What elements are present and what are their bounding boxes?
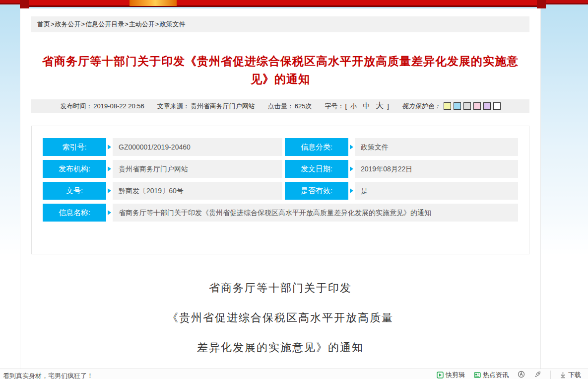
hot-news-icon	[474, 372, 481, 379]
table-row: 信息名称: 省商务厅等十部门关于印发《贵州省促进综合保税区高水平开放高质量差异化…	[43, 204, 518, 222]
arrow-right-icon	[350, 188, 353, 193]
browser-bottom-bar: 看到真实身材，宅男们疯狂了！ 快剪辑 热点资讯 下载	[0, 369, 588, 379]
font-size-large-button[interactable]: 大	[376, 101, 384, 111]
hot-news-button[interactable]: 热点资讯	[474, 371, 509, 379]
publish-time-value: 2019-08-22 20:56	[93, 102, 144, 110]
article-body: 省商务厅等十部门关于印发 《贵州省促进综合保税区高水平开放高质量 差异化发展的实…	[20, 281, 540, 379]
arrow-right-icon	[108, 145, 111, 150]
validity-label: 是否有效:	[285, 182, 348, 200]
font-size-bracket-close: ]	[387, 102, 389, 110]
eye-protect-label: 视力保护色：	[402, 102, 441, 111]
eye-protect-swatch-yellow[interactable]	[444, 102, 451, 110]
circled-a-icon	[518, 371, 525, 378]
breadcrumb-separator: >	[51, 20, 55, 28]
arrow-right-icon	[350, 166, 353, 171]
doc-number-value: 黔商发〔2019〕60号	[113, 182, 282, 200]
eye-protect-swatch-gray[interactable]	[463, 102, 471, 110]
download-arrow-icon	[560, 372, 566, 379]
hit-count: 点击量：625次	[268, 102, 312, 111]
arrow-right-icon	[108, 166, 111, 171]
page-title: 省商务厅等十部门关于印发《贵州省促进综合保税区高水平开放高质量差异化发展的实施意…	[35, 52, 525, 88]
breadcrumb-separator: >	[81, 20, 85, 28]
breadcrumb-item-gov-info[interactable]: 政务公开	[55, 20, 81, 28]
article-source-value: 贵州省商务厅门户网站	[191, 102, 255, 111]
info-name-value: 省商务厅等十部门关于印发《贵州省促进综合保税区高水平开放高质量差异化发展的实施意…	[113, 204, 518, 222]
eye-protect-swatch-white[interactable]	[493, 102, 501, 110]
article-source-label: 文章来源：	[157, 102, 190, 111]
hit-count-label: 点击量：	[268, 102, 294, 111]
hit-count-value: 625次	[295, 102, 312, 111]
font-size-small-button[interactable]: 小	[350, 102, 357, 111]
article-title-line-3: 差异化发展的实施意见》的通知	[20, 340, 540, 355]
eye-protect-control: 视力保护色：	[402, 102, 501, 111]
eye-protect-swatch-blue[interactable]	[454, 102, 461, 110]
top-banner-orange-glow	[130, 0, 177, 6]
quick-edit-label: 快剪辑	[446, 371, 465, 379]
document-info-table: 索引号: GZ000001/2019-20460 信息分类: 政策文件 发布机构…	[31, 126, 529, 254]
quick-edit-button[interactable]: 快剪辑	[437, 371, 465, 379]
rocket-icon	[534, 371, 541, 378]
publish-time: 发布时间：2019-08-22 20:56	[60, 102, 144, 111]
validity-value: 是	[355, 182, 518, 200]
download-label: 下载	[568, 371, 581, 379]
bottom-toolbar: 快剪辑 热点资讯 下载	[437, 371, 588, 379]
font-size-medium-button[interactable]: 中	[363, 102, 370, 111]
table-row: 索引号: GZ000001/2019-20460 信息分类: 政策文件	[43, 138, 518, 156]
article-title-line-1: 省商务厅等十部门关于印发	[20, 281, 540, 296]
eye-protect-swatch-pink[interactable]	[473, 102, 481, 110]
top-banner-main	[20, 0, 546, 7]
issue-date-label: 发文日期:	[285, 160, 348, 178]
article-title-line-2: 《贵州省促进综合保税区高水平开放高质量	[20, 310, 540, 325]
eye-protect-swatches	[444, 102, 501, 110]
breadcrumb-item-active-disclosure[interactable]: 主动公开	[129, 20, 155, 28]
info-category-value: 政策文件	[355, 138, 518, 156]
index-number-label: 索引号:	[43, 138, 106, 156]
index-number-value: GZ000001/2019-20460	[113, 138, 282, 156]
doc-number-label: 文号:	[43, 182, 106, 200]
quick-edit-play-icon	[437, 372, 444, 379]
breadcrumb-item-policy-files[interactable]: 政策文件	[159, 20, 185, 28]
breadcrumb-separator: >	[155, 20, 159, 28]
bottom-news-ticker[interactable]: 看到真实身材，宅男们疯狂了！	[0, 372, 93, 379]
publish-time-label: 发布时间：	[60, 102, 92, 111]
article-meta-bar: 发布时间：2019-08-22 20:56 文章来源：贵州省商务厅门户网站 点击…	[31, 99, 529, 113]
eye-protect-swatch-purple[interactable]	[483, 102, 491, 110]
content-page: 首页>政务公开>信息公开目录>主动公开>政策文件 省商务厅等十部门关于印发《贵州…	[20, 8, 541, 369]
font-size-label: 字号：	[325, 102, 344, 111]
info-category-label: 信息分类:	[285, 138, 348, 156]
font-size-control: 字号： [ 小 中 大 ]	[325, 101, 389, 111]
reader-mode-button[interactable]	[518, 371, 525, 378]
publisher-value: 贵州省商务厅门户网站	[113, 160, 282, 178]
issue-date-value: 2019年08月22日	[355, 160, 518, 178]
breadcrumb-separator: >	[125, 20, 129, 28]
toolbar-divider	[550, 371, 551, 379]
arrow-right-icon	[108, 188, 111, 193]
breadcrumb: 首页>政务公开>信息公开目录>主动公开>政策文件	[31, 16, 529, 32]
download-button[interactable]: 下载	[560, 371, 581, 379]
arrow-right-icon	[108, 210, 111, 215]
top-banner-right-cap	[537, 0, 546, 8]
breadcrumb-item-catalog[interactable]: 信息公开目录	[85, 20, 124, 28]
font-size-bracket-open: [	[345, 102, 347, 110]
arrow-right-icon	[350, 145, 353, 150]
breadcrumb-item-home[interactable]: 首页	[37, 20, 50, 28]
info-name-label: 信息名称:	[43, 204, 106, 222]
hot-news-label: 热点资讯	[483, 371, 509, 379]
speed-boost-button[interactable]	[534, 371, 541, 378]
publisher-label: 发布机构:	[43, 160, 106, 178]
table-row: 文号: 黔商发〔2019〕60号 是否有效: 是	[43, 182, 518, 200]
top-banner-left-cap	[20, 0, 29, 8]
table-row: 发布机构: 贵州省商务厅门户网站 发文日期: 2019年08月22日	[43, 160, 518, 178]
article-source: 文章来源：贵州省商务厅门户网站	[157, 102, 255, 111]
